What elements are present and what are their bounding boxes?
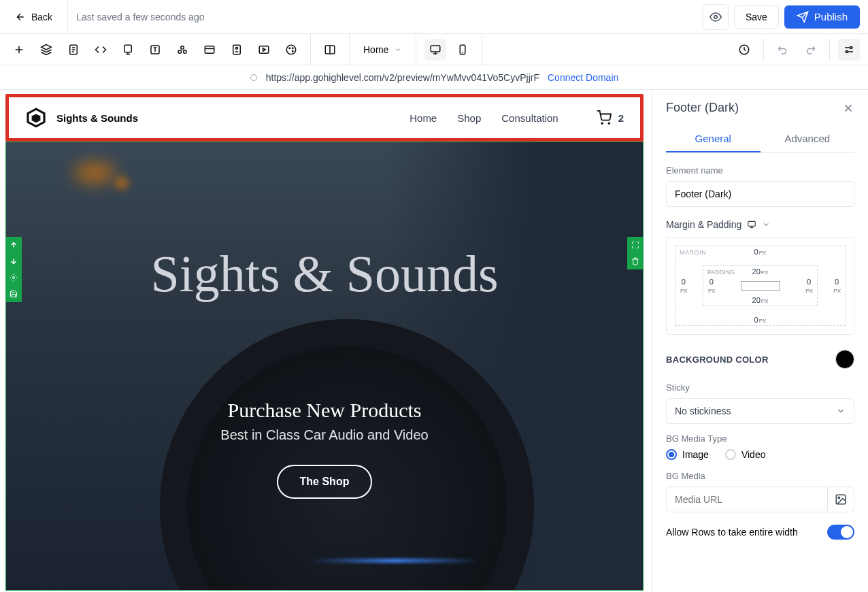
arrow-left-icon <box>15 12 26 22</box>
redo-button[interactable] <box>799 39 821 61</box>
margin-right-value[interactable]: 0PX <box>833 278 841 294</box>
bg-color-swatch[interactable] <box>835 350 854 369</box>
chevron-down-icon[interactable] <box>762 220 770 229</box>
nav-home[interactable]: Home <box>410 112 437 124</box>
section-controls-right <box>627 237 644 269</box>
svg-point-4 <box>181 46 184 49</box>
publish-button[interactable]: Publish <box>784 5 860 29</box>
radio-icon <box>725 449 736 460</box>
full-width-toggle[interactable] <box>827 525 854 540</box>
move-down-button[interactable] <box>5 253 22 269</box>
save-icon <box>10 290 18 298</box>
padding-bottom-value[interactable]: 20PX <box>752 296 769 304</box>
sticky-select[interactable]: No stickiness <box>666 398 854 424</box>
hero-title[interactable]: Sights & Sounds <box>150 244 498 303</box>
expand-button[interactable] <box>627 237 644 253</box>
layers-icon <box>40 44 52 56</box>
section-settings-button[interactable] <box>5 269 22 286</box>
brand-name: Sights & Sounds <box>56 112 138 124</box>
section-save-button[interactable] <box>5 286 22 302</box>
chevron-down-icon <box>836 406 846 416</box>
layers-button[interactable] <box>35 39 57 61</box>
columns-button[interactable] <box>319 39 341 61</box>
panel-close-button[interactable] <box>842 102 854 114</box>
sections-button[interactable] <box>199 39 220 61</box>
bg-media-picker-button[interactable] <box>827 487 854 512</box>
site-nav-section[interactable]: Sights & Sounds Home Shop Consultation 2 <box>5 94 644 142</box>
tab-advanced[interactable]: Advanced <box>761 126 855 152</box>
margin-padding-label: Margin & Padding <box>666 219 741 230</box>
smartphone-icon <box>456 44 469 56</box>
padding-left-value[interactable]: 0PX <box>707 278 716 294</box>
mobile-view-button[interactable] <box>452 39 473 61</box>
sliders-icon <box>843 44 855 56</box>
hero-section[interactable]: Sights & Sounds Purchase New Products Be… <box>5 142 644 591</box>
bg-color-label: BACKGROUND COLOR <box>666 355 769 365</box>
svg-point-29 <box>838 497 839 498</box>
form-button[interactable] <box>226 39 248 61</box>
tab-general[interactable]: General <box>666 126 761 152</box>
svg-point-24 <box>601 122 603 124</box>
typography-button[interactable] <box>144 39 166 61</box>
bg-media-type-video[interactable]: Video <box>725 449 766 460</box>
popup-icon <box>122 44 134 56</box>
svg-point-25 <box>608 122 610 124</box>
back-label: Back <box>31 12 52 22</box>
back-button[interactable]: Back <box>8 7 59 27</box>
pages-button[interactable] <box>63 39 84 61</box>
svg-point-0 <box>714 15 718 18</box>
theme-button[interactable] <box>280 39 302 61</box>
canvas[interactable]: Sights & Sounds Home Shop Consultation 2 <box>0 90 652 592</box>
colors-button[interactable] <box>171 39 193 61</box>
file-icon <box>67 44 80 56</box>
expand-icon <box>631 241 639 249</box>
code-button[interactable] <box>90 39 112 61</box>
svg-point-14 <box>293 50 294 52</box>
palette-icon <box>285 44 297 56</box>
code-icon <box>95 44 107 56</box>
svg-point-21 <box>250 74 256 80</box>
connect-domain-link[interactable]: Connect Domain <box>548 72 618 83</box>
nav-consultation[interactable]: Consultation <box>501 112 558 124</box>
settings-toggle-button[interactable] <box>838 39 860 61</box>
svg-rect-10 <box>259 46 269 53</box>
page-selector[interactable]: Home <box>355 40 410 59</box>
hero-bg-decoration <box>115 176 129 190</box>
cart-button[interactable]: 2 <box>597 110 624 125</box>
panel-title: Footer (Dark) <box>666 101 739 115</box>
delete-button[interactable] <box>627 253 644 269</box>
clock-icon <box>738 44 750 56</box>
desktop-view-button[interactable] <box>424 39 446 61</box>
svg-rect-16 <box>431 46 441 52</box>
video-button[interactable] <box>253 39 275 61</box>
margin-left-value[interactable]: 0PX <box>680 278 688 294</box>
element-name-input[interactable] <box>666 181 854 207</box>
move-up-button[interactable] <box>5 237 22 253</box>
eye-icon <box>710 11 722 23</box>
monitor-icon <box>747 220 756 229</box>
svg-point-11 <box>286 45 296 54</box>
padding-top-value[interactable]: 20PX <box>752 267 769 276</box>
undo-button[interactable] <box>772 39 794 61</box>
margin-bottom-value[interactable]: 0PX <box>754 316 767 324</box>
nav-shop[interactable]: Shop <box>457 112 481 124</box>
play-square-icon <box>258 44 270 56</box>
margin-top-value[interactable]: 0PX <box>754 248 767 256</box>
padding-right-value[interactable]: 0PX <box>805 278 813 294</box>
hero-subtitle[interactable]: Purchase New Products <box>228 399 422 422</box>
hero-tagline[interactable]: Best in Class Car Audio and Video <box>220 427 428 443</box>
bg-media-input[interactable] <box>666 487 827 512</box>
add-element-button[interactable] <box>8 39 30 61</box>
preview-button[interactable] <box>703 4 729 30</box>
box-model-editor[interactable]: MARGIN 0PX 0PX 0PX 0PX PADDING 20PX 20PX… <box>666 237 854 335</box>
svg-point-20 <box>846 50 848 52</box>
bg-media-type-image[interactable]: Image <box>666 449 709 460</box>
sticky-label: Sticky <box>666 382 854 393</box>
svg-rect-2 <box>124 45 132 52</box>
hero-cta-button[interactable]: The Shop <box>277 465 373 499</box>
save-button[interactable]: Save <box>734 5 779 29</box>
gear-icon <box>10 274 18 282</box>
history-button[interactable] <box>733 39 755 61</box>
popup-button[interactable] <box>117 39 139 61</box>
arrow-down-icon <box>10 257 18 265</box>
